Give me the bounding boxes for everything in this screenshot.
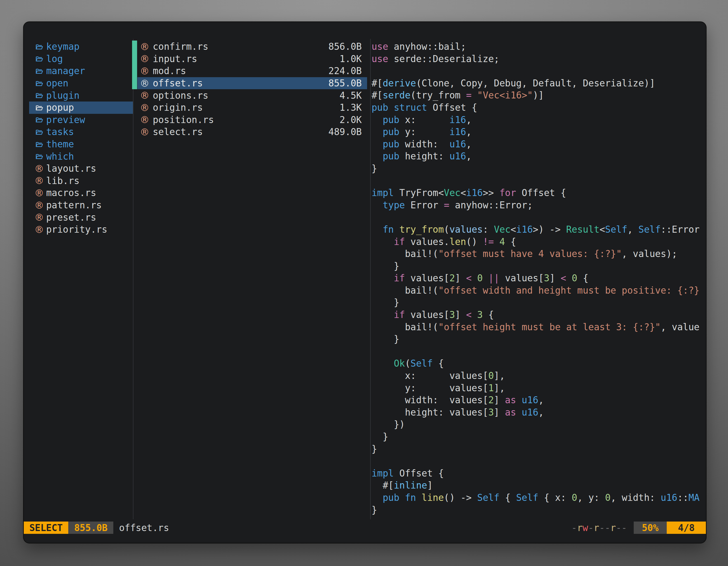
dir-item-plugin[interactable]: plugin [29,89,133,102]
file-item-macros.rs[interactable]: ®macros.rs [29,187,133,199]
code-line: pub x: i16, [372,114,706,126]
file-item-layout.rs[interactable]: ®layout.rs [29,163,133,175]
code-line: #[serde(try_from = "Vec<i16>")] [372,89,706,102]
folder-open-icon [35,116,43,124]
selection-marker [132,114,137,126]
item-label: input.rs [153,53,197,64]
code-line: Ok(Self { [372,357,706,370]
file-size-chip: 855.0B [68,522,113,534]
pane-divider-right [370,39,371,519]
folder-open-icon [35,55,43,63]
dir-item-open[interactable]: open [29,77,133,90]
file-item-confirm.rs[interactable]: ®confirm.rs856.0B [137,41,367,53]
file-row-wrap: ®origin.rs1.3K [132,102,370,114]
file-item-position.rs[interactable]: ®position.rs2.0K [137,114,367,126]
code-line [372,65,706,77]
file-item-origin.rs[interactable]: ®origin.rs1.3K [137,102,367,114]
dir-item-tasks[interactable]: tasks [29,126,133,138]
rust-file-icon: ® [140,79,149,88]
folder-open-icon [35,91,43,100]
code-line: width: values[2] as u16, [372,394,706,406]
cursor-position-chip: 4/8 [667,522,706,534]
file-item-select.rs[interactable]: ®select.rs489.0B [137,126,367,138]
item-label: lib.rs [46,175,79,186]
folder-open-icon [35,67,43,75]
item-label: mod.rs [153,65,186,76]
item-label: keymap [46,41,79,52]
selection-marker [132,102,137,114]
selection-marker [132,65,137,77]
dir-item-log[interactable]: log [29,53,133,65]
code-line: } [372,296,706,309]
folder-open-icon [35,79,43,88]
item-label: position.rs [153,114,214,125]
rust-file-icon: ® [35,177,43,185]
code-line [372,175,706,187]
code-line: if values[2] < 0 || values[3] < 0 { [372,272,706,284]
item-label: offset.rs [153,78,203,89]
code-line: impl Offset { [372,467,706,480]
dir-item-manager[interactable]: manager [29,65,133,77]
item-label: confirm.rs [153,41,208,52]
code-line: pub width: u16, [372,138,706,151]
file-item-preset.rs[interactable]: ®preset.rs [29,211,133,224]
rust-file-icon: ® [140,104,149,112]
code-line: bail!("offset must have 4 values: {:?}",… [372,248,706,260]
rust-file-icon: ® [35,189,43,197]
rust-file-icon: ® [35,226,43,234]
item-label: open [46,78,68,89]
rust-file-icon: ® [140,116,149,124]
file-size: 1.0K [340,53,362,64]
rust-file-icon: ® [35,165,43,173]
status-bar: SELECT 855.0B offset.rs -rw-r--r-- 50% 4… [24,522,706,534]
code-line: if values.len() != 4 { [372,236,706,248]
item-label: plugin [46,90,79,101]
file-item-mod.rs[interactable]: ®mod.rs224.0B [137,65,367,77]
code-line: } [372,260,706,273]
status-right-group: -rw-r--r-- 50% 4/8 [571,522,706,534]
file-row-wrap: ®offset.rs855.0B [132,77,370,90]
rust-file-icon: ® [140,55,149,63]
item-label: manager [46,65,85,76]
file-size: 489.0B [328,126,362,137]
folder-open-icon [35,104,43,112]
file-row-wrap: ®position.rs2.0K [132,114,370,126]
code-line: use anyhow::bail; [372,41,706,53]
file-size: 2.0K [340,114,362,125]
code-line: if values[3] < 3 { [372,309,706,321]
item-label: preview [46,114,85,125]
file-item-pattern.rs[interactable]: ®pattern.rs [29,199,133,212]
selection-marker [132,53,137,65]
file-item-options.rs[interactable]: ®options.rs4.5K [137,89,367,102]
file-permissions: -rw-r--r-- [571,522,627,534]
file-item-priority.rs[interactable]: ®priority.rs [29,224,133,236]
code-line [372,455,706,467]
code-line: pub struct Offset { [372,102,706,114]
code-line: x: values[0], [372,370,706,382]
code-line: type Error = anyhow::Error; [372,199,706,212]
file-item-offset.rs[interactable]: ®offset.rs855.0B [137,77,367,90]
dir-item-keymap[interactable]: keymap [29,41,133,53]
file-row-wrap: ®mod.rs224.0B [132,65,370,77]
file-item-lib.rs[interactable]: ®lib.rs [29,175,133,187]
file-row-wrap: ®input.rs1.0K [132,53,370,65]
file-row-wrap: ®options.rs4.5K [132,89,370,102]
item-label: pattern.rs [46,200,102,211]
code-line: height: values[3] as u16, [372,406,706,419]
item-label: popup [46,102,74,113]
code-preview: use anyhow::bail;use serde::Deserialize;… [372,41,706,516]
file-item-input.rs[interactable]: ®input.rs1.0K [137,53,367,65]
status-filename: offset.rs [119,522,169,534]
dir-item-popup[interactable]: popup [29,102,133,114]
dir-item-theme[interactable]: theme [29,138,133,151]
rust-file-icon: ® [35,201,43,210]
item-label: priority.rs [46,224,107,235]
dir-item-which[interactable]: which [29,150,133,163]
code-line: bail!("offset width and height must be p… [372,284,706,297]
item-label: preset.rs [46,212,96,223]
code-line: pub height: u16, [372,150,706,163]
status-left-group: SELECT 855.0B offset.rs [24,522,169,534]
code-line [372,345,706,358]
dir-item-preview[interactable]: preview [29,114,133,126]
item-label: tasks [46,126,74,137]
